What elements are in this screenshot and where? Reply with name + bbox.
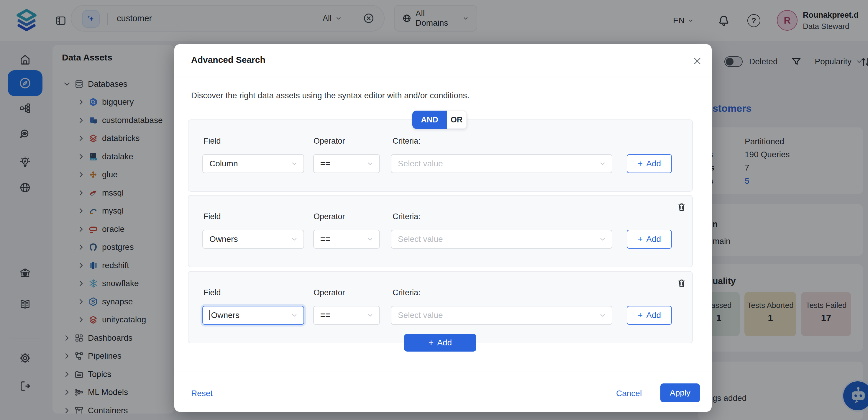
- app-root: customer All All Domains EN ? R Rounakpr…: [0, 0, 868, 420]
- add-condition-button[interactable]: +Add: [404, 334, 476, 352]
- condition-row-3: Field Operator Criteria: Owners == Selec…: [188, 271, 693, 343]
- chevron-down-icon: [290, 311, 298, 319]
- operator-label: Operator: [313, 288, 345, 297]
- condition-row-1: Field Operator Criteria: Column == Selec…: [188, 119, 693, 192]
- or-toggle-button[interactable]: OR: [447, 111, 467, 129]
- modal-description: Discover the right data assets using the…: [191, 91, 469, 100]
- criteria-label: Criteria:: [393, 288, 421, 297]
- plus-icon: +: [638, 159, 643, 168]
- criteria-select[interactable]: Select value: [391, 230, 612, 249]
- field-select[interactable]: Column: [202, 154, 304, 173]
- close-icon[interactable]: [692, 56, 702, 66]
- logic-toggle: AND OR: [412, 111, 467, 129]
- delete-condition-icon[interactable]: [677, 202, 686, 212]
- field-label: Field: [204, 212, 221, 221]
- field-label: Field: [204, 288, 221, 297]
- chevron-down-icon: [366, 311, 374, 319]
- criteria-label: Criteria:: [393, 212, 421, 221]
- delete-condition-icon[interactable]: [677, 278, 686, 288]
- chevron-down-icon: [366, 160, 374, 168]
- chevron-down-icon: [599, 160, 607, 168]
- operator-select[interactable]: ==: [313, 306, 380, 325]
- chevron-down-icon: [290, 160, 298, 168]
- and-toggle-button[interactable]: AND: [412, 111, 447, 129]
- criteria-label: Criteria:: [393, 137, 421, 146]
- criteria-select[interactable]: Select value: [391, 306, 612, 325]
- plus-icon: +: [638, 311, 643, 320]
- modal-title: Advanced Search: [191, 55, 266, 65]
- add-criteria-button[interactable]: +Add: [627, 306, 672, 325]
- field-select-focused[interactable]: Owners: [202, 306, 304, 325]
- chevron-down-icon: [290, 235, 298, 243]
- chevron-down-icon: [599, 311, 607, 319]
- reset-link[interactable]: Reset: [191, 389, 213, 398]
- field-select[interactable]: Owners: [202, 230, 304, 249]
- add-criteria-button[interactable]: +Add: [627, 230, 672, 249]
- operator-label: Operator: [313, 212, 345, 221]
- field-label: Field: [204, 137, 221, 146]
- modal-footer-divider: [174, 371, 712, 372]
- text-caret: [209, 310, 210, 320]
- add-criteria-button[interactable]: +Add: [627, 154, 672, 173]
- advanced-search-modal: Advanced Search Discover the right data …: [174, 44, 712, 412]
- criteria-select[interactable]: Select value: [391, 154, 612, 173]
- plus-icon: +: [429, 338, 434, 347]
- operator-select[interactable]: ==: [313, 154, 380, 173]
- operator-label: Operator: [313, 137, 345, 146]
- apply-button[interactable]: Apply: [660, 384, 700, 402]
- chevron-down-icon: [599, 235, 607, 243]
- plus-icon: +: [638, 235, 643, 244]
- chevron-down-icon: [366, 235, 374, 243]
- modal-header-divider: [174, 76, 712, 77]
- cancel-button[interactable]: Cancel: [616, 389, 642, 398]
- condition-row-2: Field Operator Criteria: Owners == Selec…: [188, 195, 693, 267]
- operator-select[interactable]: ==: [313, 230, 380, 249]
